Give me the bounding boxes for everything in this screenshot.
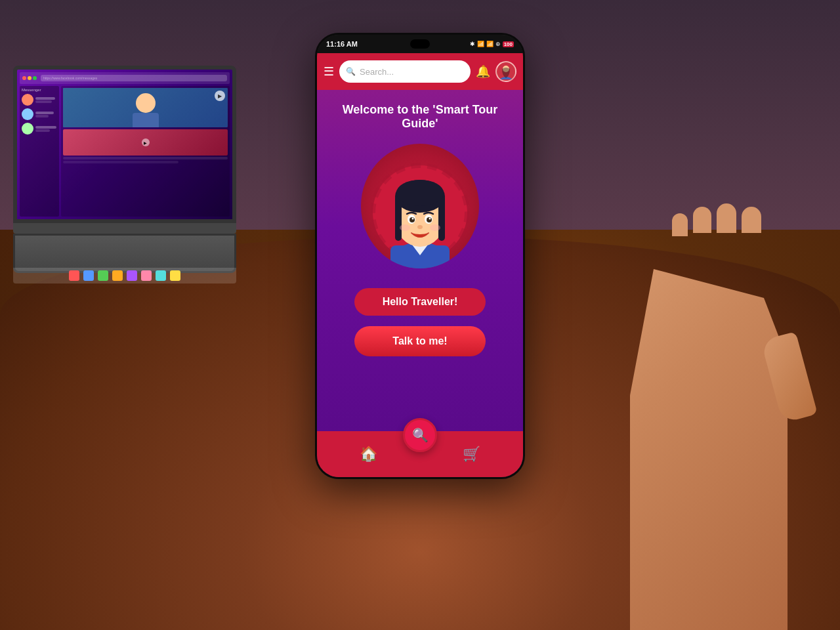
dock-icon-4 xyxy=(112,270,123,281)
svg-point-20 xyxy=(430,224,440,231)
cart-icon: 🛒 xyxy=(463,446,480,463)
svg-rect-9 xyxy=(395,195,402,241)
guide-avatar-container xyxy=(361,144,479,268)
camera-notch xyxy=(410,39,430,49)
welcome-title: Welcome to the 'Smart Tour Guide' xyxy=(327,103,513,131)
svg-point-16 xyxy=(412,218,414,220)
app-header: ☰ 🔍 Search... 🔔 xyxy=(317,53,523,90)
status-time: 11:16 AM xyxy=(326,40,358,48)
status-bar: 11:16 AM ✱ 📶 📶 ⊕ 100 xyxy=(317,35,523,53)
svg-point-19 xyxy=(400,224,410,231)
dock-icon-1 xyxy=(69,270,79,281)
cart-nav-item[interactable]: 🛒 xyxy=(452,431,492,477)
wifi-icon: ⊕ xyxy=(495,41,501,47)
search-icon: 🔍 xyxy=(346,67,356,76)
laptop-dock xyxy=(13,268,236,284)
search-nav-icon: 🔍 xyxy=(412,427,429,443)
dock-icon-2 xyxy=(83,270,94,281)
search-input-placeholder[interactable]: Search... xyxy=(360,67,394,77)
hello-button[interactable]: Hello Traveller! xyxy=(354,288,486,316)
status-icons: ✱ 📶 📶 ⊕ 100 xyxy=(470,41,514,47)
svg-point-18 xyxy=(417,225,423,229)
dock-icon-6 xyxy=(141,270,152,281)
svg-rect-10 xyxy=(438,195,445,241)
dock-icon-5 xyxy=(127,270,137,281)
bell-icon[interactable]: 🔔 xyxy=(476,64,490,79)
home-icon: 🏠 xyxy=(360,446,377,463)
dock-icon-8 xyxy=(170,270,180,281)
laptop-screen: https://www.facebook.com/messages Messen… xyxy=(13,66,236,223)
guide-avatar-svg xyxy=(371,157,469,268)
hamburger-icon[interactable]: ☰ xyxy=(324,64,334,79)
bottom-nav: 🏠 🔍 🛒 xyxy=(317,431,523,477)
svg-point-17 xyxy=(429,218,431,220)
home-nav-item[interactable]: 🏠 xyxy=(349,431,388,477)
dock-icon-7 xyxy=(156,270,166,281)
signal-icon-2: 📶 xyxy=(486,41,494,47)
search-bar[interactable]: 🔍 Search... xyxy=(339,60,471,83)
signal-icon-1: 📶 xyxy=(477,41,484,47)
phone-wrapper: 11:16 AM ✱ 📶 📶 ⊕ 100 ☰ 🔍 Search... 🔔 xyxy=(315,33,525,479)
talk-button[interactable]: Talk to me! xyxy=(354,326,486,356)
user-avatar[interactable] xyxy=(495,61,516,82)
laptop: https://www.facebook.com/messages Messen… xyxy=(13,66,249,276)
bluetooth-icon: ✱ xyxy=(470,41,475,47)
phone: 11:16 AM ✱ 📶 📶 ⊕ 100 ☰ 🔍 Search... 🔔 xyxy=(315,33,525,479)
app-content: Welcome to the 'Smart Tour Guide' xyxy=(317,90,523,431)
search-nav-center[interactable]: 🔍 xyxy=(403,418,437,452)
battery-icon: 100 xyxy=(503,41,514,47)
svg-point-11 xyxy=(396,180,444,206)
dock-icon-3 xyxy=(98,270,108,281)
